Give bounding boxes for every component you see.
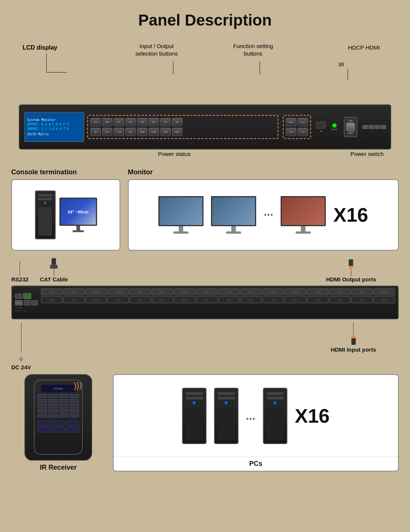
hdmi-port-1 xyxy=(363,125,368,129)
btn-fun[interactable]: Fun xyxy=(298,128,308,136)
rk-11[interactable] xyxy=(59,404,68,408)
btn-2b[interactable]: 2/B xyxy=(102,118,112,126)
dc-port: DC24V xyxy=(15,300,23,305)
main-ports-area: Output P Output O Output N Output M Outp… xyxy=(41,289,395,316)
btn-12l[interactable]: 12/L xyxy=(125,128,136,136)
monitor-x16-label: X16 xyxy=(333,204,368,226)
out-o: Output O xyxy=(63,289,85,295)
rk-14[interactable] xyxy=(48,409,58,413)
func-line xyxy=(260,61,260,74)
power-switch-body[interactable]: ON OFF xyxy=(344,117,357,137)
rk-1[interactable] xyxy=(38,394,47,398)
rk-20[interactable] xyxy=(70,414,79,417)
in-11: Input 11 xyxy=(152,296,173,303)
btn-14n[interactable]: 14/N xyxy=(149,128,159,136)
out-c: Output C xyxy=(329,289,351,295)
in-5: Input 5 xyxy=(285,296,306,303)
rk-2[interactable] xyxy=(48,394,58,398)
power-status-area: Power xyxy=(331,124,338,130)
btn-11k[interactable]: 11/K xyxy=(114,128,124,136)
btn-load[interactable]: Load xyxy=(286,128,296,136)
rbk-2[interactable] xyxy=(52,421,65,426)
btn-10j[interactable]: 10/J xyxy=(102,128,112,136)
console-screen: 24" ~60cm xyxy=(59,198,97,226)
power-switch-area[interactable]: ON OFF xyxy=(344,117,357,137)
console-monitor-row: Console termination 24" ~60cm Monitor xyxy=(11,168,399,251)
rbk-1[interactable] xyxy=(38,421,51,426)
rk-15[interactable] xyxy=(59,409,68,413)
rbk-3[interactable] xyxy=(66,421,79,426)
pc-tower-big-2 xyxy=(214,388,238,444)
monitor-stand-3 xyxy=(301,226,305,231)
power-status-line xyxy=(196,138,196,149)
monitor-screen-3 xyxy=(281,196,326,226)
rk-17[interactable] xyxy=(38,414,47,417)
misc-port-row-1 xyxy=(15,293,38,299)
left-labels-2: DC 24V TX + RX xyxy=(15,310,38,312)
out-a: Output A xyxy=(374,289,395,295)
btn-5e[interactable]: 5/E xyxy=(137,118,147,126)
btn-lock[interactable]: Lock xyxy=(298,118,308,126)
rk-16[interactable] xyxy=(70,409,79,413)
monitor-box: Monitor ··· X16 xyxy=(128,168,399,251)
hdmi-out-arrow xyxy=(348,266,354,271)
rk-10[interactable] xyxy=(48,404,58,408)
left-misc-ports: DC24V Ex IR LAN DC 24V TX + RX xyxy=(15,289,38,316)
out-e: Output E xyxy=(285,289,306,295)
input-ports-row: Input 16 Input 15 Input 14 Input 13 Inpu… xyxy=(41,296,395,303)
rbk-5[interactable] xyxy=(52,427,65,432)
console-box: Console termination 24" ~60cm xyxy=(11,168,120,251)
rk-5[interactable] xyxy=(38,399,47,403)
bottom-row: ))) TEImart xyxy=(11,374,399,472)
ir-small-label: IR xyxy=(320,130,322,132)
rk-13[interactable] xyxy=(38,409,47,413)
btn-1a[interactable]: 1/A xyxy=(90,118,101,126)
cat-connector-mid xyxy=(50,265,58,269)
rk-6[interactable] xyxy=(48,399,58,403)
btn-9i[interactable]: 9/I xyxy=(90,128,101,136)
btn-6f[interactable]: 6/F xyxy=(149,118,159,126)
btn-8h[interactable]: 8/H xyxy=(172,118,182,126)
monitor-item-1 xyxy=(158,196,203,234)
btn-save[interactable]: Save xyxy=(286,118,296,126)
rk-4[interactable] xyxy=(70,394,79,398)
btn-3c[interactable]: 3/C xyxy=(114,118,124,126)
rk-12[interactable] xyxy=(70,404,79,408)
earth-symbol: ⏚ xyxy=(19,354,23,363)
rk-18[interactable] xyxy=(48,414,58,417)
out-d: Output D xyxy=(307,289,328,295)
btn-7g[interactable]: 7/G xyxy=(160,118,171,126)
rbk-4[interactable] xyxy=(38,427,51,432)
rk-3[interactable] xyxy=(59,394,68,398)
btn-13m[interactable]: 13/M xyxy=(137,128,147,136)
rk-7[interactable] xyxy=(59,399,68,403)
pcs-x16-label: X16 xyxy=(295,405,330,427)
switch-toggle[interactable] xyxy=(346,123,355,131)
in-16: Input 16 xyxy=(41,296,62,303)
out-l: Output L xyxy=(130,289,151,295)
rk-9[interactable] xyxy=(38,404,47,408)
cat-connector-line xyxy=(54,269,54,276)
monitor-screen-2 xyxy=(211,196,256,226)
in-6: Input 6 xyxy=(263,296,284,303)
rk-19[interactable] xyxy=(59,414,68,417)
func-buttons-area: Save Lock Load Fun xyxy=(283,115,311,139)
rk-8[interactable] xyxy=(70,399,79,403)
dc24v-cable xyxy=(21,334,21,352)
rbk-6[interactable] xyxy=(66,427,79,432)
btn-4d[interactable]: 4/D xyxy=(125,118,136,126)
rs232-label: RS232 xyxy=(11,276,29,283)
in-10: Input 10 xyxy=(174,296,196,303)
console-stand xyxy=(76,226,80,230)
btn-16p[interactable]: 16/P xyxy=(172,128,182,136)
in-15: Input 15 xyxy=(63,296,85,303)
hdmi-port-4 xyxy=(381,125,386,129)
pc-body-big-3 xyxy=(267,408,284,440)
btn-15o[interactable]: 15/O xyxy=(160,128,171,136)
page-title: Panel Description xyxy=(138,11,272,29)
pcs-inner: ... X16 xyxy=(114,375,398,456)
tx-port xyxy=(24,300,30,305)
pc-body-big-1 xyxy=(186,408,203,440)
lcd-display-widget: System Monitor OUTPUT: 9 A B C D E F G I… xyxy=(24,112,84,142)
dc24v-annotation: ⏚ DC 24V xyxy=(11,322,31,370)
